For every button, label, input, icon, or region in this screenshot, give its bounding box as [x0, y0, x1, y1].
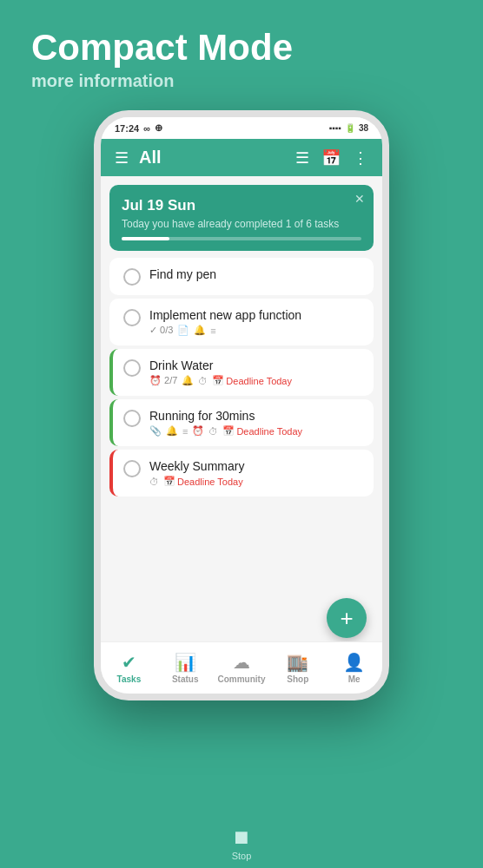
- task-item: Drink Water ⏰ 2/7 🔔 ⏱ 📅 Deadline Today: [109, 349, 374, 396]
- status-nav-label: Status: [172, 674, 199, 684]
- task-meta-3: ⏰ 2/7 🔔 ⏱ 📅 Deadline Today: [149, 375, 363, 386]
- task-name-2: Implement new app function: [149, 308, 363, 322]
- nav-item-status[interactable]: 📊 Status: [157, 652, 214, 684]
- task-name-1: Find my pen: [149, 267, 363, 281]
- task-meta-doc-icon: 📄: [177, 325, 189, 336]
- task-meta-list-icon: ≡: [210, 326, 215, 336]
- page-title: Compact Mode: [31, 28, 452, 68]
- add-task-fab[interactable]: +: [327, 598, 367, 638]
- task-checkbox-5[interactable]: [123, 460, 141, 477]
- task-content-1: Find my pen: [149, 267, 363, 281]
- deadline-cal-icon: 📅: [222, 425, 235, 437]
- nav-item-tasks[interactable]: ✔ Tasks: [101, 652, 157, 684]
- status-time: 17:24: [115, 123, 139, 134]
- phone-mockup: 17:24 ∞ ⊕ ▪▪▪▪ 🔋 38 ☰ All ☰ 📅: [0, 110, 483, 700]
- tasks-nav-icon: ✔: [122, 652, 136, 673]
- task-meta-2: ✓ 0/3 📄 🔔 ≡: [149, 325, 363, 336]
- task-checkbox-4[interactable]: [123, 410, 141, 427]
- date-banner-title: Jul 19 Sun: [122, 197, 361, 214]
- deadline-cal-icon: 📅: [212, 375, 224, 386]
- task-content-3: Drink Water ⏰ 2/7 🔔 ⏱ 📅 Deadline Today: [149, 358, 363, 386]
- task-deadline-4: 📅 Deadline Today: [222, 425, 302, 437]
- page-bottom-bar: ⏹ Stop: [0, 818, 483, 868]
- community-nav-icon: ☁: [233, 652, 250, 673]
- task-meta-timer-icon: ⏱: [208, 426, 218, 437]
- stop-label: Stop: [232, 851, 252, 861]
- task-content-4: Running for 30mins 📎 🔔 ≡ ⏰ ⏱ 📅 Deadline …: [149, 409, 363, 437]
- task-deadline-3: 📅 Deadline Today: [212, 375, 292, 386]
- status-wifi-icon: ⊕: [155, 122, 162, 134]
- task-meta-4: 📎 🔔 ≡ ⏰ ⏱ 📅 Deadline Today: [149, 425, 363, 437]
- task-meta-attach-icon: 📎: [149, 425, 162, 437]
- calendar-view-icon[interactable]: 📅: [321, 148, 341, 168]
- task-meta-bell-icon: 🔔: [166, 425, 178, 437]
- app-toolbar: ☰ All ☰ 📅 ⋮: [101, 139, 382, 176]
- task-content-2: Implement new app function ✓ 0/3 📄 🔔 ≡: [149, 308, 363, 336]
- task-list: Find my pen Implement new app function ✓…: [101, 258, 382, 496]
- nav-item-me[interactable]: 👤 Me: [326, 652, 382, 684]
- task-deadline-5: 📅 Deadline Today: [163, 476, 243, 487]
- status-infinity-icon: ∞: [143, 123, 150, 134]
- status-battery-num: 38: [359, 123, 368, 133]
- task-checkbox-2[interactable]: [123, 309, 141, 326]
- task-meta-bell-icon: 🔔: [194, 325, 206, 336]
- task-meta-subtasks: ✓ 0/3: [149, 325, 173, 336]
- status-nav-icon: 📊: [175, 652, 196, 673]
- page-bottom-stop[interactable]: ⏹ Stop: [232, 826, 252, 861]
- me-nav-label: Me: [348, 674, 361, 684]
- task-meta-stack-icon: ≡: [182, 426, 188, 437]
- nav-item-shop[interactable]: 🏬 Shop: [269, 652, 326, 684]
- task-meta-alarm-icon: ⏰: [192, 425, 204, 437]
- more-options-icon[interactable]: ⋮: [353, 148, 368, 168]
- nav-item-community[interactable]: ☁ Community: [214, 652, 270, 684]
- phone-body: 17:24 ∞ ⊕ ▪▪▪▪ 🔋 38 ☰ All ☰ 📅: [94, 110, 389, 700]
- task-meta-5: ⏱ 📅 Deadline Today: [149, 476, 363, 487]
- menu-icon[interactable]: ☰: [115, 148, 129, 168]
- task-meta-count: ⏰ 2/7: [149, 375, 177, 386]
- status-bar: 17:24 ∞ ⊕ ▪▪▪▪ 🔋 38: [101, 117, 382, 139]
- task-item: Find my pen: [109, 258, 374, 295]
- task-meta-bell-icon: 🔔: [182, 375, 194, 386]
- task-item: Running for 30mins 📎 🔔 ≡ ⏰ ⏱ 📅 Deadline …: [109, 399, 374, 446]
- task-name-5: Weekly Summary: [149, 459, 363, 473]
- status-battery: 🔋: [345, 123, 355, 133]
- task-item: Weekly Summary ⏱ 📅 Deadline Today: [109, 450, 374, 496]
- task-checkbox-1[interactable]: [123, 268, 141, 286]
- task-meta-timer-icon: ⏱: [149, 477, 159, 487]
- status-signal-icons: ▪▪▪▪: [329, 123, 341, 133]
- task-name-4: Running for 30mins: [149, 409, 363, 423]
- task-content-5: Weekly Summary ⏱ 📅 Deadline Today: [149, 459, 363, 487]
- date-banner: ✕ Jul 19 Sun Today you have already comp…: [109, 185, 374, 251]
- stop-icon: ⏹: [232, 826, 251, 849]
- task-item: Implement new app function ✓ 0/3 📄 🔔 ≡: [109, 299, 374, 345]
- tasks-nav-label: Tasks: [117, 674, 142, 684]
- progress-bar: [122, 237, 361, 240]
- progress-bar-fill: [122, 237, 169, 240]
- close-banner-button[interactable]: ✕: [354, 192, 365, 206]
- shop-nav-label: Shop: [287, 674, 308, 684]
- date-banner-subtitle: Today you have already completed 1 of 6 …: [122, 218, 361, 230]
- me-nav-icon: 👤: [343, 652, 365, 673]
- toolbar-title: All: [139, 148, 162, 168]
- bottom-nav: ✔ Tasks 📊 Status ☁ Community 🏬 Shop 👤: [101, 641, 382, 694]
- deadline-cal-icon: 📅: [163, 476, 175, 487]
- community-nav-label: Community: [217, 674, 265, 684]
- page-subtitle: more information: [31, 71, 452, 91]
- list-view-icon[interactable]: ☰: [295, 148, 309, 168]
- task-name-3: Drink Water: [149, 358, 363, 372]
- task-meta-clock-icon: ⏱: [198, 376, 208, 386]
- page-header: Compact Mode more information: [0, 0, 483, 102]
- task-checkbox-3[interactable]: [123, 359, 141, 377]
- shop-nav-icon: 🏬: [287, 652, 308, 673]
